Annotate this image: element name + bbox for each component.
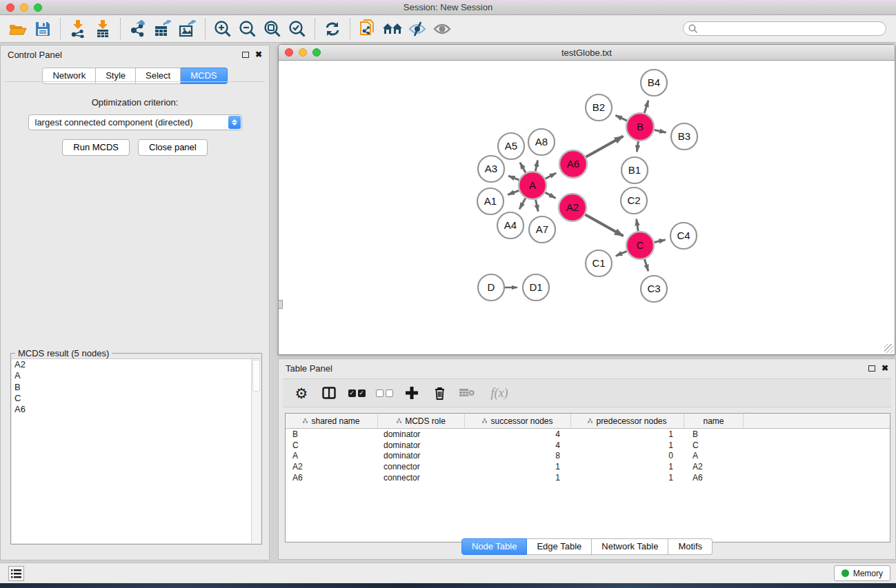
graph-edge[interactable] bbox=[519, 198, 526, 209]
add-column-button[interactable] bbox=[403, 384, 421, 402]
table-cell[interactable]: 4 bbox=[465, 440, 571, 450]
apply-function-button[interactable]: f(x) bbox=[486, 384, 513, 402]
graph-edge[interactable] bbox=[535, 200, 538, 212]
table-row[interactable]: Adominator80A bbox=[286, 451, 890, 462]
graph-edge[interactable] bbox=[654, 240, 665, 243]
table-cell[interactable]: 1 bbox=[571, 429, 684, 439]
import-network-button[interactable] bbox=[66, 17, 90, 41]
table-cell[interactable]: A bbox=[286, 451, 378, 460]
close-table-panel-icon[interactable]: ✖ bbox=[882, 364, 888, 372]
memory-button[interactable]: Memory bbox=[834, 565, 890, 581]
result-item[interactable]: A2 bbox=[12, 359, 261, 370]
run-mcds-button[interactable]: Run MCDS bbox=[62, 139, 130, 156]
table-cell[interactable]: connector bbox=[378, 462, 465, 472]
birdseye-view-button[interactable] bbox=[430, 17, 455, 41]
column-header-predecessor-nodes[interactable]: predecessor nodes bbox=[571, 414, 684, 428]
table-row[interactable]: A2connector11A2 bbox=[286, 461, 890, 472]
close-panel-button[interactable]: Close panel bbox=[138, 139, 208, 156]
table-cell[interactable]: 8 bbox=[465, 451, 571, 460]
zoom-fit-button[interactable] bbox=[260, 17, 285, 41]
graph-edge[interactable] bbox=[520, 163, 526, 173]
graph-edge[interactable] bbox=[535, 160, 537, 171]
table-cell[interactable]: 4 bbox=[465, 429, 571, 439]
column-header-successor-nodes[interactable]: successor nodes bbox=[465, 414, 571, 428]
window-edge-handle[interactable] bbox=[278, 300, 283, 309]
export-network-button[interactable] bbox=[126, 17, 150, 41]
result-item[interactable]: B bbox=[12, 382, 261, 393]
table-settings-button[interactable]: ⚙ bbox=[292, 384, 310, 402]
table-cell[interactable]: connector bbox=[378, 473, 465, 483]
graph-edge[interactable] bbox=[655, 130, 666, 132]
network-window-titlebar[interactable]: testGlobe.txt bbox=[279, 45, 895, 61]
graph-edge[interactable] bbox=[644, 101, 648, 113]
table-cell[interactable]: C bbox=[286, 440, 378, 450]
graphics-details-toggle-button[interactable] bbox=[405, 17, 430, 41]
tab-motifs[interactable]: Motifs bbox=[668, 538, 713, 555]
zoom-out-button[interactable] bbox=[235, 17, 260, 41]
table-cell[interactable]: B bbox=[286, 429, 378, 439]
table-cell[interactable]: dominator bbox=[378, 440, 465, 450]
table-cell[interactable]: dominator bbox=[378, 451, 465, 460]
table-cell[interactable]: 1 bbox=[465, 462, 571, 472]
table-cell[interactable]: A2 bbox=[286, 462, 378, 472]
table-cell[interactable]: 1 bbox=[571, 440, 684, 450]
save-session-button[interactable] bbox=[30, 17, 55, 41]
deselect-all-button[interactable] bbox=[375, 384, 393, 402]
tab-node-table[interactable]: Node Table bbox=[461, 538, 528, 555]
delete-table-button[interactable] bbox=[458, 384, 476, 402]
table-cell[interactable]: A bbox=[684, 451, 744, 460]
result-scrollbar[interactable] bbox=[251, 359, 261, 543]
graph-edge[interactable] bbox=[508, 176, 519, 180]
zoom-in-button[interactable] bbox=[210, 17, 235, 41]
result-item[interactable]: A bbox=[12, 370, 261, 381]
table-row[interactable]: A6connector11A6 bbox=[286, 472, 890, 483]
table-cell[interactable]: 1 bbox=[571, 462, 684, 472]
tab-network-table[interactable]: Network Table bbox=[592, 538, 668, 555]
float-panel-icon[interactable] bbox=[242, 52, 249, 58]
table-cell[interactable]: A6 bbox=[684, 473, 744, 483]
float-table-panel-icon[interactable] bbox=[868, 365, 875, 372]
column-header-shared-name[interactable]: shared name bbox=[286, 414, 378, 428]
export-image-button[interactable] bbox=[175, 17, 200, 41]
network-canvas[interactable]: B4B2BB3A8A5A6A3B1AA1C2A2A4A7C4CC1DD1C3 bbox=[279, 61, 895, 354]
table-cell[interactable]: 0 bbox=[571, 451, 684, 460]
close-panel-icon[interactable]: ✖ bbox=[255, 50, 262, 59]
search-input[interactable] bbox=[683, 21, 886, 36]
graph-edge[interactable] bbox=[545, 192, 555, 198]
graph-edge[interactable] bbox=[615, 115, 627, 121]
graph-edge[interactable] bbox=[637, 219, 638, 231]
tab-edge-table[interactable]: Edge Table bbox=[527, 538, 592, 555]
zoom-selected-button[interactable] bbox=[285, 17, 310, 41]
resize-grip-icon[interactable] bbox=[884, 344, 893, 353]
table-cell[interactable]: 1 bbox=[571, 473, 684, 483]
optimization-criterion-select[interactable]: largest connected component (directed) bbox=[28, 114, 242, 130]
column-header-name[interactable]: name bbox=[684, 414, 744, 428]
graph-edge[interactable] bbox=[546, 173, 557, 179]
table-cell[interactable]: 1 bbox=[465, 473, 571, 483]
graph-edge[interactable] bbox=[616, 251, 627, 256]
result-item[interactable]: A6 bbox=[12, 404, 261, 415]
import-table-button[interactable] bbox=[90, 17, 115, 41]
home-view-button[interactable] bbox=[380, 17, 405, 41]
refresh-button[interactable] bbox=[320, 17, 345, 41]
graph-edge[interactable] bbox=[637, 141, 638, 152]
graph-edge[interactable] bbox=[508, 190, 519, 194]
graph-edge[interactable] bbox=[586, 136, 623, 157]
table-cell[interactable]: A2 bbox=[684, 462, 744, 472]
table-row[interactable]: Cdominator41C bbox=[286, 440, 890, 451]
open-session-button[interactable] bbox=[6, 17, 30, 41]
show-task-history-button[interactable] bbox=[8, 566, 24, 581]
table-row[interactable]: Bdominator41B bbox=[286, 429, 890, 440]
table-cell[interactable]: A6 bbox=[286, 473, 378, 483]
table-cell[interactable]: C bbox=[684, 440, 744, 450]
table-cell[interactable]: B bbox=[684, 429, 744, 439]
column-header-mcds-role[interactable]: MCDS role bbox=[378, 414, 465, 428]
toggle-column-view-button[interactable] bbox=[320, 384, 338, 402]
delete-column-button[interactable] bbox=[430, 384, 448, 402]
graph-edge[interactable] bbox=[644, 259, 648, 271]
result-item[interactable]: C bbox=[12, 393, 261, 404]
export-table-button[interactable] bbox=[150, 17, 175, 41]
select-all-button[interactable]: ✓✓ bbox=[348, 384, 366, 402]
new-session-from-network-button[interactable] bbox=[355, 17, 380, 41]
graph-edge[interactable] bbox=[585, 214, 623, 236]
